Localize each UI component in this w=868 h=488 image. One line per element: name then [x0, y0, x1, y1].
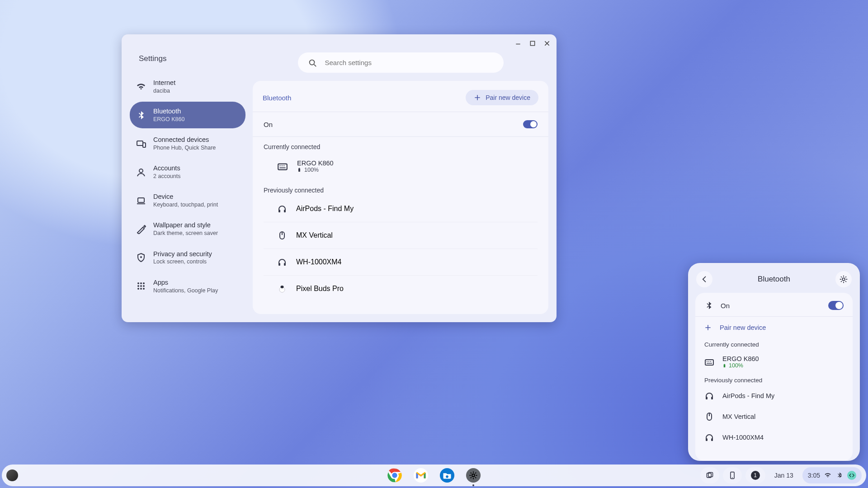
search-input[interactable] — [325, 59, 494, 66]
shelf: 1 Jan 13 3:05 — [2, 465, 866, 486]
search-icon — [308, 58, 317, 67]
notification-count: 1 — [751, 471, 760, 480]
overview-button[interactable] — [700, 467, 719, 483]
bluetooth-card: Bluetooth Pair new device On Currently c… — [253, 81, 548, 314]
sidebar-item-wallpaper[interactable]: Wallpaper and styleDark theme, screen sa… — [130, 216, 245, 242]
date-chip[interactable]: Jan 13 — [769, 467, 799, 483]
status-tray[interactable]: 3:05 — [802, 467, 862, 483]
maximize-button[interactable] — [529, 40, 536, 47]
device-name: AirPods - Find My — [296, 205, 354, 213]
shelf-date: Jan 13 — [774, 472, 793, 479]
device-name: WH-1000XM4 — [296, 258, 341, 266]
overview-icon — [706, 471, 714, 479]
account-icon — [136, 167, 146, 177]
settings-button[interactable] — [835, 271, 852, 287]
sidebar-item-sub: 2 accounts — [153, 173, 180, 180]
devices-icon — [136, 139, 146, 149]
sidebar-item-connected-devices[interactable]: Connected devicesPhone Hub, Quick Share — [130, 130, 245, 157]
shelf-apps — [387, 467, 481, 483]
bluetooth-battery-status-icon — [835, 471, 844, 479]
sidebar-item-sub: Lock screen, controls — [153, 258, 212, 265]
wifi-status-icon — [824, 471, 832, 479]
headphones-icon — [277, 204, 287, 214]
sidebar-item-bluetooth[interactable]: BluetoothERGO K860 — [130, 102, 245, 128]
sidebar-item-label: Bluetooth — [153, 107, 184, 116]
popover-title: Bluetooth — [758, 275, 790, 284]
shelf-time: 3:05 — [808, 472, 820, 479]
sidebar-item-sub: daciba — [153, 87, 175, 94]
sidebar-item-device[interactable]: DeviceKeyboard, touchpad, print — [130, 187, 245, 214]
apps-icon — [136, 281, 146, 291]
chrome-app-icon[interactable] — [387, 467, 403, 483]
popover-connected-device[interactable]: ERGO K860 100% — [695, 350, 850, 374]
quick-settings-bluetooth: Bluetooth On Pair new device Currently c… — [688, 263, 860, 461]
phone-hub-button[interactable] — [723, 467, 742, 483]
device-name: ERGO K860 — [722, 355, 759, 362]
bluetooth-on-row: On — [253, 112, 548, 136]
bluetooth-toggle[interactable] — [523, 120, 538, 128]
on-label: On — [264, 121, 273, 128]
svg-point-35 — [446, 475, 448, 478]
sidebar: Settings Internetdaciba BluetoothERGO K8… — [122, 52, 253, 322]
previous-device-row[interactable]: MX Vertical — [264, 222, 538, 249]
sidebar-item-sub: Notifications, Google Play — [153, 287, 218, 294]
device-battery: 100% — [297, 167, 334, 173]
popover-previous-device[interactable]: MX Vertical — [695, 406, 850, 427]
keyboard-icon — [277, 161, 288, 172]
device-name: MX Vertical — [296, 231, 333, 239]
sidebar-item-label: Connected devices — [153, 136, 216, 144]
plus-icon — [704, 324, 712, 331]
device-name: WH-1000XM4 — [722, 434, 764, 441]
gmail-app-icon[interactable] — [413, 467, 429, 483]
popover-previous-device[interactable]: AirPods - Find My — [695, 385, 850, 406]
launcher-button[interactable] — [6, 469, 18, 481]
headphones-icon — [704, 432, 714, 442]
app-title: Settings — [130, 52, 245, 73]
main-panel: Bluetooth Pair new device On Currently c… — [253, 52, 557, 322]
on-label: On — [721, 302, 730, 310]
mouse-icon — [277, 230, 287, 240]
minimize-button[interactable] — [515, 40, 521, 47]
bluetooth-icon — [704, 301, 713, 310]
pair-new-device-link[interactable]: Pair new device — [695, 317, 850, 338]
section-title: Bluetooth — [263, 94, 291, 102]
sidebar-item-accounts[interactable]: Accounts2 accounts — [130, 159, 245, 185]
popover-section-previous: Previously connected — [695, 374, 850, 385]
previous-device-row[interactable]: WH-1000XM4 — [264, 249, 538, 275]
keyboard-icon — [704, 357, 714, 367]
svg-point-28 — [281, 286, 284, 288]
previous-device-row[interactable]: Pixel Buds Pro — [264, 275, 538, 302]
bluetooth-toggle[interactable] — [828, 301, 844, 310]
device-name: AirPods - Find My — [722, 392, 774, 399]
sidebar-item-apps[interactable]: AppsNotifications, Google Play — [130, 273, 245, 300]
pair-new-device-button[interactable]: Pair new device — [466, 90, 538, 105]
sidebar-item-label: Device — [153, 192, 218, 201]
device-name: Pixel Buds Pro — [296, 285, 344, 293]
back-button[interactable] — [696, 271, 712, 287]
popover-on-row: On — [695, 295, 853, 316]
headphones-icon — [277, 257, 287, 267]
previous-device-row[interactable]: AirPods - Find My — [264, 196, 538, 222]
sidebar-item-label: Accounts — [153, 164, 180, 173]
shield-icon — [136, 253, 146, 263]
sidebar-item-sub: ERGO K860 — [153, 116, 184, 123]
wifi-icon — [136, 82, 146, 92]
plus-icon — [474, 94, 481, 101]
svg-point-36 — [466, 468, 481, 483]
sidebar-item-label: Internet — [153, 79, 175, 87]
sidebar-item-sub: Phone Hub, Quick Share — [153, 144, 216, 151]
dev-mode-icon — [847, 471, 856, 480]
sidebar-item-sub: Keyboard, touchpad, print — [153, 201, 218, 208]
files-app-icon[interactable] — [439, 467, 455, 483]
sidebar-item-internet[interactable]: Internetdaciba — [130, 73, 245, 100]
close-button[interactable] — [544, 40, 550, 47]
device-battery: 100% — [722, 362, 759, 369]
popover-previous-device[interactable]: WH-1000XM4 — [695, 427, 850, 448]
search-bar[interactable] — [298, 52, 504, 73]
sidebar-item-privacy[interactable]: Privacy and securityLock screen, control… — [130, 244, 245, 271]
sidebar-item-label: Wallpaper and style — [153, 221, 218, 230]
settings-app-icon[interactable] — [465, 467, 481, 483]
notifications-button[interactable]: 1 — [745, 467, 765, 483]
connected-device-row[interactable]: ERGO K860 100% — [253, 152, 548, 180]
earbud-icon — [277, 284, 287, 294]
